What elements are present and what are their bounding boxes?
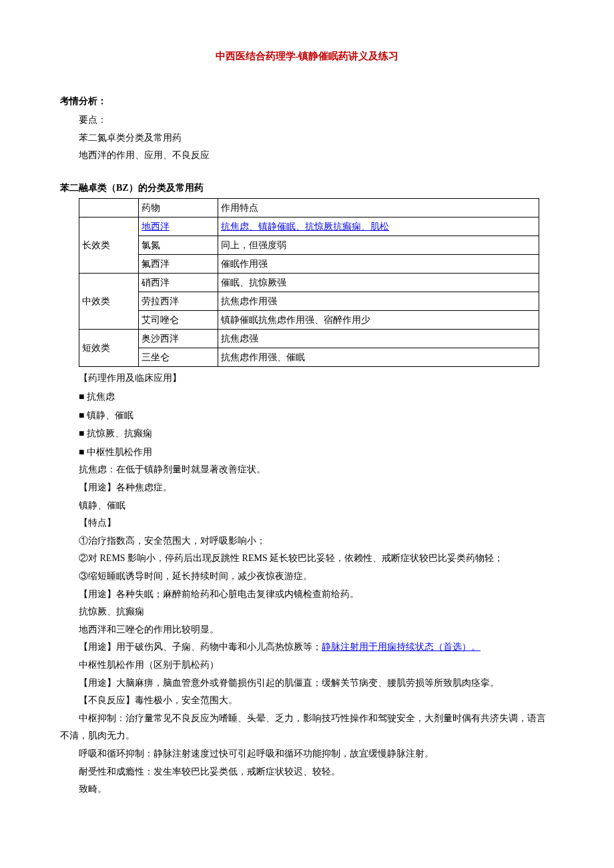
table-row: 氟西泮 催眠作用强 <box>79 255 539 274</box>
table-row: 氯氮 同上，但强度弱 <box>79 236 539 255</box>
para: 抗惊厥、抗癫痫 <box>60 603 554 621</box>
table-heading: 苯二融卓类（BZ）的分类及常用药 <box>60 179 554 197</box>
para: 【用途】各种焦虑症。 <box>60 479 554 497</box>
cell-feature: 催眠、抗惊厥强 <box>218 274 539 292</box>
cell-feature: 同上，但强度弱 <box>218 236 539 255</box>
document-title: 中西医结合药理学-镇静催眠药讲义及练习 <box>60 47 554 66</box>
cell-drug: 氟西泮 <box>139 255 218 274</box>
para: 镇静、催眠 <box>60 497 554 515</box>
drug-table: 药物 作用特点 长效类 地西泮 抗焦虑、镇静催眠、抗惊厥抗癫痫、肌松 氯氮 同上… <box>79 198 539 367</box>
analysis-line-1: 要点： <box>60 111 554 129</box>
para: ③缩短睡眠诱导时间，延长持续时间，减少夜惊夜游症。 <box>60 568 554 586</box>
group-long: 长效类 <box>79 218 139 274</box>
analysis-line-2: 苯二氮卓类分类及常用药 <box>60 129 554 147</box>
cell-feature: 催眠作用强 <box>218 255 539 274</box>
table-row: 艾司唑仑 镇静催眠抗焦虑作用强、宿醉作用少 <box>79 311 539 330</box>
cell-drug: 氯氮 <box>139 236 218 255</box>
diazepam-link[interactable]: 地西泮 <box>141 222 170 232</box>
table-row: 短效类 奥沙西泮 抗焦虑强 <box>79 330 539 348</box>
para: ②对 REMS 影响小，停药后出现反跳性 REMS 延长较巴比妥轻，依赖性、戒断… <box>60 550 554 568</box>
para-wrap: 中枢抑制：治疗量常见不良反应为嗜睡、头晕、乏力，影响技巧性操作和驾驶安全，大剂量… <box>60 710 554 745</box>
para: 抗焦虑：在低于镇静剂量时就显著改善症状。 <box>60 461 554 479</box>
para: 【用途】大脑麻痹，脑血管意外或脊髓损伤引起的肌僵直；缓解关节病变、腰肌劳损等所致… <box>60 675 554 693</box>
para: 【不良反应】毒性极小，安全范围大。 <box>60 692 554 710</box>
table-header-row: 药物 作用特点 <box>79 199 539 218</box>
cell-drug: 三坐仑 <box>139 348 218 367</box>
group-short: 短效类 <box>79 330 139 367</box>
para: ①治疗指数高，安全范围大，对呼吸影响小； <box>60 532 554 550</box>
para: 耐受性和成瘾性：发生率较巴比妥类低，戒断症状较迟、较轻。 <box>60 763 554 781</box>
cell-drug: 硝西泮 <box>139 274 218 292</box>
para: 【特点】 <box>60 514 554 532</box>
th-drug: 药物 <box>139 199 218 218</box>
diazepam-feature-link[interactable]: 抗焦虑、镇静催眠、抗惊厥抗癫痫、肌松 <box>221 222 389 232</box>
para: 地西泮和三唑仑的作用比较明显。 <box>60 621 554 639</box>
iv-injection-link[interactable]: 静脉注射用于用痫持续状态（首选）。 <box>322 642 481 652</box>
table-row: 三坐仑 抗焦虑作用强、催眠 <box>79 348 539 367</box>
cell-feature: 抗焦虑作用强、催眠 <box>218 348 539 367</box>
cell-drug: 劳拉西泮 <box>139 292 218 311</box>
cell-feature: 抗焦虑强 <box>218 330 539 348</box>
th-blank <box>79 199 139 218</box>
bullet-3: ■ 抗惊厥、抗癫痫 <box>79 424 554 443</box>
pharma-heading: 【药理作用及临床应用】 <box>60 370 554 388</box>
cell-feature: 镇静催眠抗焦虑作用强、宿醉作用少 <box>218 311 539 330</box>
cell-drug: 地西泮 <box>139 218 218 236</box>
bullet-1: ■ 抗焦虑 <box>79 388 554 406</box>
bullet-4: ■ 中枢性肌松作用 <box>79 443 554 462</box>
cell-drug: 艾司唑仑 <box>139 311 218 330</box>
para-text: 【用途】用于破伤风、子痫、药物中毒和小儿高热惊厥等； <box>79 642 322 652</box>
para: 致畸。 <box>60 781 554 799</box>
table-row: 劳拉西泮 抗焦虑作用强 <box>79 292 539 311</box>
table-row: 中效类 硝西泮 催眠、抗惊厥强 <box>79 274 539 292</box>
para-with-link: 【用途】用于破伤风、子痫、药物中毒和小儿高热惊厥等；静脉注射用于用痫持续状态（首… <box>60 638 554 657</box>
analysis-line-3: 地西泮的作用、应用、不良反应 <box>60 147 554 165</box>
analysis-heading: 考情分析： <box>60 93 554 111</box>
cell-feature: 抗焦虑、镇静催眠、抗惊厥抗癫痫、肌松 <box>218 218 539 236</box>
cell-feature: 抗焦虑作用强 <box>218 292 539 311</box>
cell-drug: 奥沙西泮 <box>139 330 218 348</box>
para: 【用途】各种失眠；麻醉前给药和心脏电击复律或内镜检查前给药。 <box>60 586 554 604</box>
group-mid: 中效类 <box>79 274 139 330</box>
para: 中枢性肌松作用（区别于肌松药） <box>60 657 554 675</box>
para: 呼吸和循环抑制：静脉注射速度过快可引起呼吸和循环功能抑制，故宜缓慢静脉注射。 <box>60 745 554 763</box>
table-row: 长效类 地西泮 抗焦虑、镇静催眠、抗惊厥抗癫痫、肌松 <box>79 218 539 236</box>
th-feature: 作用特点 <box>218 199 539 218</box>
bullet-2: ■ 镇静、催眠 <box>79 406 554 425</box>
